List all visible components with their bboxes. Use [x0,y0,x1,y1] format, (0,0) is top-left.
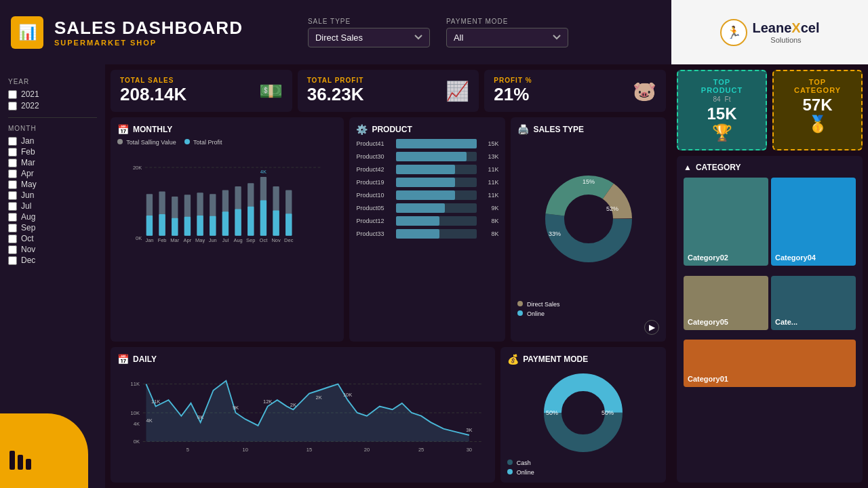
month-jan[interactable]: Jan [8,136,97,146]
sales-type-legend: Direct Sales Online [517,301,659,317]
year-2021-item[interactable]: 2021 [8,89,97,99]
brand-logo-area: 🏃 LeaneXcel Solutions [671,0,868,64]
year-2022-label: 2022 [21,101,39,110]
svg-rect-11 [184,217,191,236]
svg-text:Nov: Nov [271,237,281,243]
chart-bar-icon: 📈 [446,80,469,102]
svg-text:Jun: Jun [209,237,217,243]
payment-mode-card: 💰 PAYMENT MODE 50% 50% Cash [500,347,666,483]
svg-text:Jan: Jan [145,237,153,243]
top-product-84: 84 [713,96,720,103]
payment-mode-label: PAYMENT MODE [446,18,568,25]
svg-rect-7 [159,214,165,236]
top-badges: TOPPRODUCT 84 Ft 15K 🏆 TOPCATEGORY 57K 🥇 [677,70,863,150]
svg-text:Apr: Apr [184,237,192,243]
dashboard-title: SALES DASHBOARD [54,18,243,39]
svg-text:Feb: Feb [158,237,167,243]
legend-cash: Cash [507,460,659,466]
profit-pct-card: PROFIT % 21% 🐷 [484,70,666,112]
sales-type-title-text: SALES TYPE [533,125,584,134]
svg-text:3K: 3K [466,427,472,433]
payment-mode-select[interactable]: All Cash Online [446,28,568,47]
profit-pct-value: 21% [494,84,532,105]
leanexcel-name-group: LeaneXcel Solutions [753,20,820,44]
daily-chart-title: 📅 DAILY [117,354,488,365]
payment-donut: 50% 50% [507,369,659,457]
piggybank-icon: 🐷 [633,80,656,102]
product-item-42: Product42 11K [356,165,498,174]
category-title: ▲ CATEGORY [684,163,856,172]
payment-svg: 50% 50% [539,369,627,457]
triangle-icon: ▲ [684,163,692,172]
svg-rect-23 [260,201,267,236]
svg-rect-13 [197,216,203,236]
svg-text:2K: 2K [316,394,322,401]
month-dec[interactable]: Dec [8,256,97,265]
total-profit-label: TOTAL PROFIT [307,77,364,84]
category-other-cell: Cate... [771,276,856,330]
year-2022-item[interactable]: 2022 [8,101,97,110]
payment-legend: Cash Online [507,460,659,476]
calendar2-icon: 📅 [117,354,129,365]
month-mar[interactable]: Mar [8,158,97,167]
svg-text:15%: 15% [583,178,595,185]
sale-type-filter: SALE TYPE Direct Sales Online All [308,18,430,47]
legend-direct: Direct Sales [517,301,659,308]
leanexcel-sub: Solutions [753,36,820,44]
svg-text:Sep: Sep [246,237,255,243]
month-jun[interactable]: Jun [8,190,97,200]
trophy-icon: 🏆 [685,123,759,142]
year-2021-checkbox[interactable] [8,90,17,99]
month-apr[interactable]: Apr [8,169,97,178]
svg-text:10K: 10K [343,392,352,398]
month-sep[interactable]: Sep [8,223,97,232]
payment-mode-title: 💰 PAYMENT MODE [507,354,659,365]
month-jul[interactable]: Jul [8,201,97,211]
total-sales-value: 208.14K [120,84,186,105]
monthly-chart-card: 📅 MONTHLY Total Salling Value Total Prof… [111,117,344,342]
product-item-10: Product10 11K [356,190,498,200]
product-title-text: PRODUCT [372,125,412,134]
month-feb[interactable]: Feb [8,147,97,157]
daily-title-text: DAILY [133,354,157,364]
register-icon: 🖨️ [517,124,529,135]
top-product-badge: TOPPRODUCT 84 Ft 15K 🏆 [677,70,767,150]
svg-text:May: May [195,237,205,243]
kpi-row: TOTAL SALES 208.14K 💵 TOTAL PROFIT 36.23… [111,70,666,112]
online-pay-dot [507,469,513,474]
svg-text:50%: 50% [546,409,558,416]
direct-dot [517,301,523,306]
svg-rect-17 [222,211,229,235]
monthly-chart-title: 📅 MONTHLY [117,124,337,135]
product-chart-title: ⚙️ PRODUCT [356,124,498,135]
top-category-badge: TOPCATEGORY 57K 🥇 [772,70,863,150]
leanexcel-name: LeaneXcel [753,20,820,36]
online-dot [517,310,523,316]
main-content: TOTAL SALES 208.14K 💵 TOTAL PROFIT 36.23… [105,64,671,488]
svg-text:Mar: Mar [170,237,179,243]
month-nov[interactable]: Nov [8,245,97,254]
svg-rect-21 [248,207,254,236]
svg-text:9K: 9K [233,405,239,411]
legend-online: Online [517,310,659,317]
right-panel: TOPPRODUCT 84 Ft 15K 🏆 TOPCATEGORY 57K 🥇… [671,64,868,488]
month-aug[interactable]: Aug [8,212,97,222]
coin-icon: 💰 [507,354,519,365]
payment-mode-filter: PAYMENT MODE All Cash Online [446,18,568,47]
legend-online-pay: Online [507,469,659,476]
legend-selling: Total Salling Value [117,139,176,146]
top-product-ft: Ft [725,96,731,103]
daily-chart-card: 📅 DAILY 11K 10K 4K 0K [111,347,495,483]
sale-type-select[interactable]: Direct Sales Online All [308,28,430,47]
oct-label: 4K [260,169,267,175]
year-2022-checkbox[interactable] [8,102,17,110]
month-may[interactable]: May [8,180,97,189]
month-filter-group: Jan Feb Mar Apr May Jun Jul Aug Sep Oct … [8,136,97,265]
sales-type-next-button[interactable]: ▶ [644,320,659,335]
top-product-sub-row: 84 Ft [685,96,759,103]
year-label: YEAR [8,78,97,85]
svg-text:15: 15 [307,447,312,453]
year-2021-label: 2021 [21,89,39,99]
total-sales-card: TOTAL SALES 208.14K 💵 [111,70,292,112]
month-oct[interactable]: Oct [8,234,97,243]
